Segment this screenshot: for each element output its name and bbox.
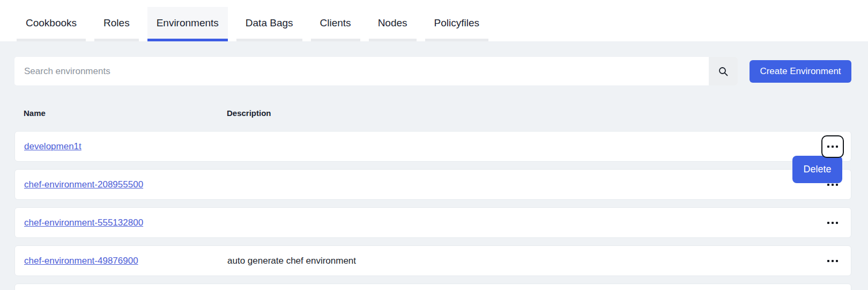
- description-cell: auto generate chef environment: [227, 256, 821, 266]
- ellipsis-icon: [827, 184, 838, 186]
- column-header-name: Name: [24, 108, 227, 118]
- tab-label: Roles: [103, 17, 130, 29]
- tab-policyfiles[interactable]: Policyfiles: [425, 7, 488, 41]
- tab-roles[interactable]: Roles: [94, 7, 139, 41]
- name-cell: developmen1t: [24, 141, 227, 152]
- row-menu-button[interactable]: [821, 135, 844, 158]
- row-menu-button[interactable]: [821, 212, 844, 234]
- search-row: Create Environment: [14, 57, 851, 85]
- table-row: developmen1t Delete: [14, 131, 851, 162]
- tab-clients[interactable]: Clients: [311, 7, 360, 41]
- environments-page: Create Environment Name Description deve…: [0, 41, 868, 290]
- row-menu-button[interactable]: [821, 250, 844, 272]
- tab-nodes[interactable]: Nodes: [369, 7, 417, 41]
- name-cell: chef-environment-49876900: [24, 256, 227, 266]
- tab-label: Policyfiles: [434, 17, 479, 29]
- ellipsis-icon: [827, 222, 838, 224]
- tab-label: Cookbooks: [26, 17, 77, 29]
- environment-link[interactable]: chef-environment-49876900: [24, 256, 138, 266]
- tab-environments[interactable]: Environments: [147, 7, 228, 41]
- tab-cookbooks[interactable]: Cookbooks: [17, 7, 86, 41]
- search-bar: [14, 57, 738, 85]
- table-header: Name Description: [14, 105, 851, 121]
- table-row: chef-environment-555132800: [14, 207, 851, 238]
- tab-label: Data Bags: [246, 17, 293, 29]
- environment-link[interactable]: chef-environment-208955500: [24, 179, 143, 190]
- environments-list: developmen1t Delete chef-environment-208…: [14, 131, 851, 290]
- magnifier-icon: [718, 66, 729, 77]
- tab-label: Environments: [157, 17, 219, 29]
- search-input[interactable]: [14, 57, 709, 85]
- ellipsis-icon: [827, 146, 838, 148]
- tab-label: Clients: [320, 17, 351, 29]
- name-cell: chef-environment-555132800: [24, 218, 227, 228]
- create-environment-button[interactable]: Create Environment: [750, 60, 851, 83]
- table-row: chef-environment-49876900 auto generate …: [14, 245, 851, 276]
- environment-link[interactable]: chef-environment-555132800: [24, 218, 143, 228]
- table-row: [14, 284, 851, 290]
- environment-link[interactable]: developmen1t: [24, 141, 81, 151]
- table-row: chef-environment-208955500: [14, 169, 851, 200]
- search-button[interactable]: [709, 57, 738, 85]
- tab-label: Nodes: [378, 17, 407, 29]
- tab-data-bags[interactable]: Data Bags: [236, 7, 302, 41]
- ellipsis-icon: [827, 260, 838, 262]
- column-header-description: Description: [227, 108, 851, 118]
- delete-menu-item[interactable]: Delete: [792, 156, 842, 183]
- object-tabs: Cookbooks Roles Environments Data Bags C…: [0, 0, 868, 41]
- name-cell: chef-environment-208955500: [24, 179, 227, 190]
